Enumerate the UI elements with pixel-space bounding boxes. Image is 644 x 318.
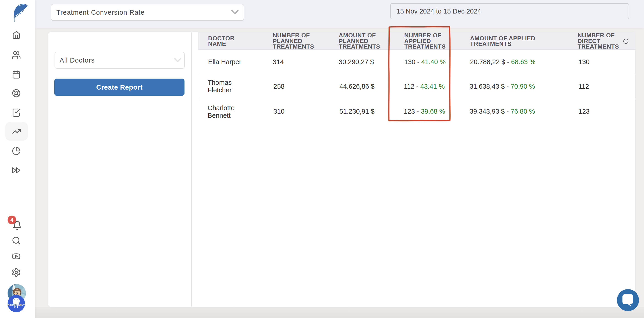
svg-text:SIMPLE DENT: SIMPLE DENT [8, 304, 25, 306]
